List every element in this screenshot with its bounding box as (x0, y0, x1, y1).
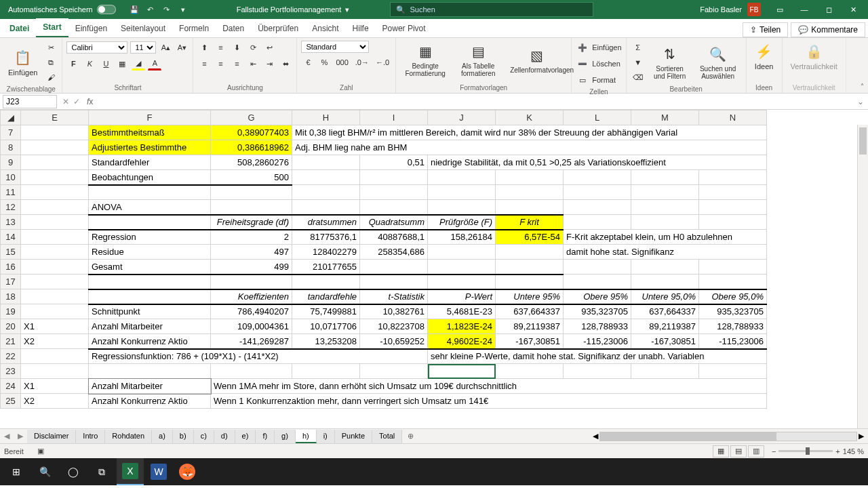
touch-icon[interactable]: ▾ (177, 3, 189, 16)
minimize-button[interactable]: — (792, 0, 816, 19)
view-normal-icon[interactable]: ▦ (713, 445, 729, 458)
undo-icon[interactable]: ↶ (144, 3, 157, 16)
cell[interactable]: -167,30851 (631, 334, 699, 349)
font-name-select[interactable]: Calibri (66, 41, 127, 54)
underline-icon[interactable]: U (99, 57, 113, 70)
row-23[interactable]: 23 (1, 364, 21, 379)
cell[interactable]: dratsummen (292, 215, 360, 230)
cell[interactable]: 128,788933 (699, 319, 767, 334)
cell[interactable]: Wenn 1MA mehr im Store, dann erhöht sich… (211, 379, 767, 394)
align-middle-icon[interactable]: ≡ (214, 41, 227, 54)
tab-review[interactable]: Überprüfen (251, 20, 305, 37)
view-pagebreak-icon[interactable]: ▥ (748, 445, 764, 458)
tab-file[interactable]: Datei (3, 20, 36, 37)
cell[interactable]: X2 (21, 334, 89, 349)
cell[interactable]: Schnittpunkt (89, 304, 211, 319)
sort-filter-button[interactable]: ⇅Sortieren und Filtern (648, 43, 692, 81)
tab-help[interactable]: Hilfe (346, 20, 376, 37)
sheet-tab-Total[interactable]: Total (372, 430, 402, 443)
cell[interactable]: X1 (21, 379, 89, 394)
conditional-format-button[interactable]: ▦Bedingte Formatierung (400, 41, 450, 79)
col-J[interactable]: J (428, 110, 496, 125)
row-14[interactable]: 14 (1, 230, 21, 245)
cell[interactable]: ANOVA (89, 200, 211, 215)
cell[interactable]: Anzahl Konkurrenz Aktio (89, 394, 211, 409)
tab-powerpivot[interactable]: Power Pivot (376, 20, 433, 37)
delete-cells-icon[interactable]: ➖ (576, 57, 589, 70)
format-as-table-button[interactable]: ▤Als Tabelle formatieren (453, 41, 503, 79)
grow-font-icon[interactable]: A▴ (159, 41, 172, 54)
autosum-icon[interactable]: Σ (631, 41, 646, 54)
align-center-icon[interactable]: ≡ (214, 57, 227, 70)
row-18[interactable]: 18 (1, 289, 21, 304)
increase-indent-icon[interactable]: ⇥ (262, 57, 276, 70)
fill-color-icon[interactable]: ◢ (132, 57, 145, 70)
cell[interactable]: Untere 95% (496, 289, 564, 304)
cell[interactable]: t-Statistik (360, 289, 428, 304)
collapse-ribbon-icon[interactable]: ˄ (861, 83, 864, 90)
sheet-tab-c)[interactable]: c) (194, 430, 214, 443)
close-button[interactable]: ✕ (841, 0, 865, 19)
border-icon[interactable]: ▦ (115, 57, 129, 70)
cell[interactable]: 210177655 (292, 260, 360, 274)
percent-icon[interactable]: % (317, 56, 331, 69)
cell[interactable]: 0,51 (360, 155, 428, 170)
tab-data[interactable]: Daten (216, 20, 251, 37)
italic-icon[interactable]: K (83, 57, 96, 70)
tab-view[interactable]: Ansicht (305, 20, 345, 37)
row-13[interactable]: 13 (1, 215, 21, 230)
cell[interactable]: Freiheitsgrade (df) (211, 215, 292, 230)
sheet-tab-h)[interactable]: h) (296, 430, 317, 443)
cell[interactable]: damit hohe stat. Signifikanz (564, 245, 767, 260)
sheet-tab-Disclaimer[interactable]: Disclaimer (27, 430, 76, 443)
scroll-left-icon[interactable]: ◀ (593, 432, 598, 441)
cell[interactable]: 89,2119387 (496, 319, 564, 334)
sheet-tab-Intro[interactable]: Intro (76, 430, 105, 443)
comments-button[interactable]: 💬Kommentare (791, 22, 865, 37)
cell[interactable]: 500 (211, 170, 292, 185)
cell[interactable]: 89,2119387 (631, 319, 699, 334)
fill-icon[interactable]: ▼ (631, 56, 646, 69)
row-16[interactable]: 16 (1, 260, 21, 274)
horizontal-scrollbar[interactable]: ◀ ▶ (419, 432, 868, 441)
cancel-formula-icon[interactable]: ✕ (62, 97, 69, 106)
cell[interactable]: 1,1823E-24 (428, 319, 496, 334)
tab-nav-next-icon[interactable]: ▶ (14, 432, 27, 441)
column-headers[interactable]: ◢ E F G H I J K L M N (1, 110, 767, 125)
cell-styles-button[interactable]: ▧Zellenformatvorlagen (506, 45, 567, 75)
sheet-tab-Punkte[interactable]: Punkte (335, 430, 372, 443)
cell[interactable]: 935,323705 (699, 304, 767, 319)
tab-insert[interactable]: Einfügen (68, 20, 114, 37)
align-bottom-icon[interactable]: ⬇ (230, 41, 243, 54)
col-I[interactable]: I (360, 110, 428, 125)
cell[interactable]: F-Krit akzeptabel klein, um H0 abzulehne… (564, 230, 767, 245)
cell[interactable]: Prüfgröße (F) (428, 215, 496, 230)
cell[interactable]: Adjustiertes Bestimmthe (89, 140, 211, 155)
paste-button[interactable]: 📋Einfügen (4, 47, 41, 78)
sheet-tab-a)[interactable]: a) (152, 430, 173, 443)
row-9[interactable]: 9 (1, 155, 21, 170)
copy-icon[interactable]: ⧉ (44, 56, 58, 69)
row-21[interactable]: 21 (1, 334, 21, 349)
cell[interactable]: -115,23006 (564, 334, 631, 349)
cell[interactable]: 128402279 (292, 245, 360, 260)
row-20[interactable]: 20 (1, 319, 21, 334)
cell[interactable]: 499 (211, 260, 292, 274)
cell[interactable]: 508,2860276 (211, 155, 292, 170)
taskbar-excel[interactable]: X (117, 458, 144, 485)
cell[interactable]: Untere 95,0% (631, 289, 699, 304)
cell[interactable]: -167,30851 (496, 334, 564, 349)
cell[interactable]: 128,788933 (564, 319, 631, 334)
find-select-button[interactable]: 🔍Suchen und Auswählen (694, 43, 742, 81)
taskbar-taskview[interactable]: ⧉ (88, 458, 115, 485)
cell[interactable]: Obere 95% (564, 289, 631, 304)
cut-icon[interactable]: ✂ (44, 41, 58, 54)
cell[interactable]: Anzahl Mitarbeiter (89, 319, 211, 334)
select-all[interactable]: ◢ (1, 110, 21, 125)
zoom-in-icon[interactable]: + (835, 447, 840, 455)
start-button[interactable]: ⊞ (3, 458, 30, 485)
cell[interactable]: Standardfehler (89, 155, 211, 170)
accept-formula-icon[interactable]: ✓ (73, 97, 80, 106)
cell[interactable]: Quadratsumm (360, 215, 428, 230)
taskbar-search[interactable]: 🔍 (31, 458, 58, 485)
